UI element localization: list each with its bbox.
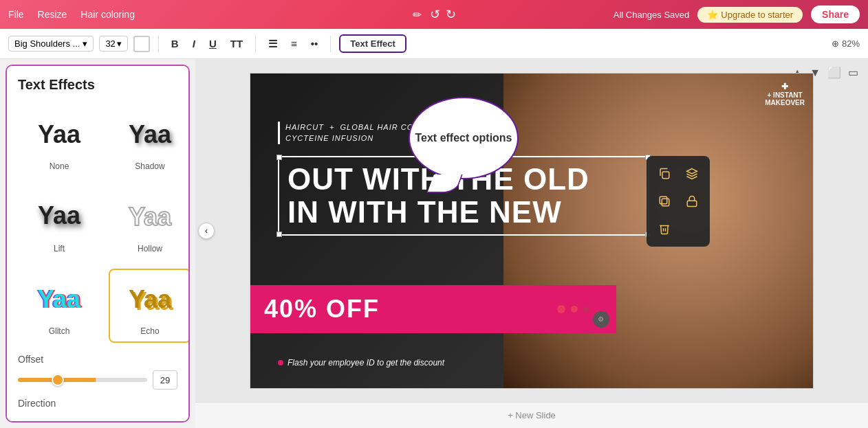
- tooltip-text: Text effect options: [415, 132, 512, 144]
- effect-shadow[interactable]: Yaa Shadow: [109, 104, 190, 178]
- effect-glitch[interactable]: Yaa Glitch: [18, 269, 100, 343]
- effect-lift-preview: Yaa: [25, 192, 94, 240]
- effect-lift-label: Lift: [54, 244, 65, 254]
- design-canvas: ✚ + INSTANT MAKEOVER HAIRCUT + GLOBAL HA…: [250, 73, 814, 389]
- left-panel: Text Effects Yaa None Yaa Shadow Yaa Lif…: [6, 65, 190, 423]
- discount-text: 40% OFF: [264, 295, 380, 324]
- effect-lift[interactable]: Yaa Lift: [18, 186, 100, 260]
- top-bar-center: ✏ ↺ ↻: [413, 7, 456, 22]
- top-bar-left: File Resize Hair coloring: [8, 9, 135, 20]
- svg-rect-2: [662, 199, 669, 206]
- red-dot: [278, 360, 283, 365]
- svg-rect-0: [662, 172, 669, 179]
- panel-title: Text Effects: [18, 77, 177, 93]
- zoom-indicator: ⊕ 82%: [832, 38, 860, 49]
- effect-glitch-label: Glitch: [49, 326, 70, 336]
- handle-tl[interactable]: [276, 155, 282, 160]
- canvas-area: ‹ ▲ ▼ ⬜ ▭ ✚ + INSTANT MAKEOV: [195, 59, 868, 402]
- dot-3: [583, 306, 589, 312]
- offset-row: 29: [18, 370, 177, 390]
- logo-text: + INSTANT MAKEOVER: [765, 91, 805, 106]
- decoration-dots: [557, 305, 589, 313]
- saved-status: All Changes Saved: [614, 10, 690, 20]
- settings-icon: ⚙: [593, 311, 609, 328]
- right-content: Text effect options ‹ ▲ ▼ ⬜ ▭: [195, 59, 868, 428]
- new-slide-label: + New Slide: [508, 410, 556, 420]
- effect-none-preview: Yaa: [25, 111, 94, 159]
- action-row-1: [652, 161, 704, 186]
- font-size-selector[interactable]: 32 ▾: [99, 36, 127, 52]
- effect-hollow-label: Hollow: [138, 244, 162, 254]
- share-button[interactable]: Share: [811, 5, 860, 23]
- offset-value: 29: [153, 370, 177, 390]
- effect-shadow-preview: Yaa: [116, 111, 184, 159]
- font-selector[interactable]: Big Shoulders ... ▾: [8, 36, 94, 52]
- effects-grid: Yaa None Yaa Shadow Yaa Lift Yaa Hollow …: [18, 104, 177, 343]
- font-size-value: 32: [105, 38, 115, 49]
- effect-none-label: None: [50, 161, 69, 171]
- file-menu[interactable]: File: [8, 9, 24, 20]
- desktop-view-button[interactable]: ⬜: [826, 65, 843, 80]
- upgrade-button[interactable]: ⭐ Upgrade to starter: [697, 7, 803, 23]
- offset-section: Offset 29 Direction: [18, 354, 177, 409]
- chevron-left-icon: ‹: [205, 226, 208, 236]
- action-panel: [647, 156, 710, 247]
- effect-echo[interactable]: Yaa Echo: [109, 269, 190, 343]
- font-name: Big Shoulders ...: [14, 38, 80, 49]
- text-effect-button[interactable]: Text Effect: [339, 34, 406, 53]
- offset-slider[interactable]: [18, 378, 147, 382]
- effect-hollow[interactable]: Yaa Hollow: [109, 186, 190, 260]
- undo-button[interactable]: ↺: [430, 7, 440, 22]
- effect-glitch-preview: Yaa: [25, 275, 94, 324]
- delete-button[interactable]: [652, 216, 677, 241]
- align-left-button[interactable]: ☰: [264, 35, 281, 53]
- flash-text-content: Flash your employee ID to get the discou…: [287, 358, 444, 368]
- color-picker[interactable]: [133, 36, 150, 52]
- dot-2: [571, 306, 578, 313]
- resize-menu[interactable]: Resize: [38, 9, 67, 20]
- lock-button[interactable]: [680, 189, 704, 214]
- star-icon: ⭐: [707, 10, 718, 20]
- chevron-down-icon: ▾: [83, 38, 87, 49]
- new-slide-bar[interactable]: + New Slide: [195, 402, 868, 428]
- doc-name[interactable]: Hair coloring: [80, 9, 135, 20]
- bullet-button[interactable]: ••: [307, 35, 323, 52]
- effect-echo-label: Echo: [140, 326, 159, 336]
- progress-icon: ⚙: [593, 311, 609, 328]
- flash-text: Flash your employee ID to get the discou…: [278, 358, 444, 368]
- list-button[interactable]: ≡: [287, 35, 301, 52]
- tooltip-bubble: Text effect options: [409, 97, 519, 179]
- separator: [158, 36, 159, 52]
- action-row-3: [652, 216, 704, 241]
- edit-icon: ✏: [413, 8, 422, 21]
- direction-label: Direction: [18, 398, 177, 409]
- canvas-prev-button[interactable]: ‹: [198, 223, 215, 239]
- dot-1: [557, 305, 565, 313]
- tooltip-inner: Text effect options: [409, 97, 519, 179]
- effect-hollow-preview: Yaa: [116, 193, 184, 241]
- upgrade-label: Upgrade to starter: [721, 10, 793, 20]
- svg-rect-1: [660, 196, 667, 204]
- pink-strip: 40% OFF ⚙: [250, 285, 616, 333]
- handle-bl[interactable]: [276, 232, 282, 237]
- bold-button[interactable]: B: [167, 35, 183, 52]
- chevron-down-icon: ▾: [117, 38, 122, 49]
- layers-button[interactable]: [680, 161, 704, 186]
- italic-button[interactable]: I: [188, 35, 199, 52]
- top-bar-right: All Changes Saved ⭐ Upgrade to starter S…: [614, 5, 860, 23]
- svg-rect-3: [687, 201, 697, 206]
- text-type-button[interactable]: TT: [226, 35, 247, 52]
- offset-label: Offset: [18, 354, 177, 365]
- copy-button[interactable]: [652, 189, 677, 214]
- underline-button[interactable]: U: [205, 35, 221, 52]
- zoom-value: 82%: [842, 38, 860, 49]
- effect-none[interactable]: Yaa None: [18, 104, 100, 178]
- mobile-view-button[interactable]: ▭: [847, 65, 860, 80]
- toolbar: Big Shoulders ... ▾ 32 ▾ B I U TT ☰ ≡ ••…: [0, 29, 868, 59]
- separator: [330, 36, 331, 52]
- redo-button[interactable]: ↻: [446, 7, 456, 22]
- effect-shadow-label: Shadow: [135, 161, 164, 171]
- duplicate-button[interactable]: [652, 161, 677, 186]
- undo-redo: ↺ ↻: [430, 7, 456, 22]
- zoom-in-icon: ⊕: [832, 38, 839, 49]
